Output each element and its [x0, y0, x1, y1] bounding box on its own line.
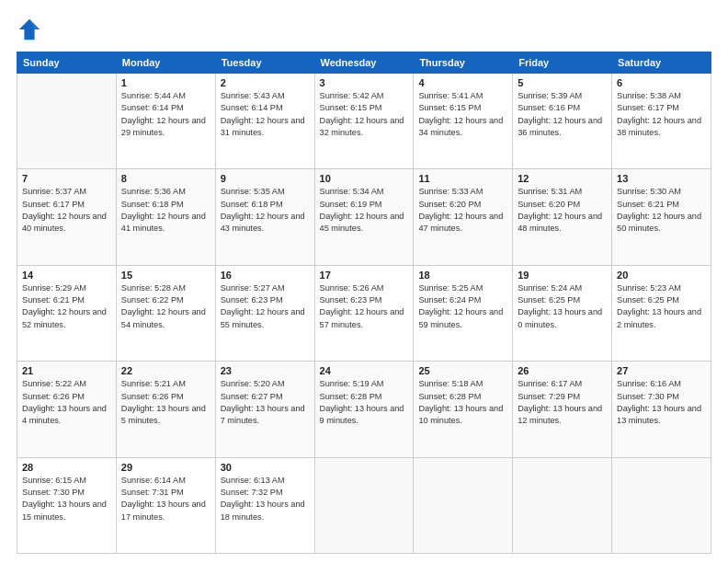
day-info: Sunrise: 5:27 AMSunset: 6:23 PMDaylight:…: [221, 282, 310, 331]
weekday-header-tuesday: Tuesday: [215, 52, 314, 74]
day-number: 14: [22, 270, 111, 281]
day-info: Sunrise: 5:38 AMSunset: 6:17 PMDaylight:…: [617, 90, 706, 139]
day-number: 5: [518, 77, 607, 88]
day-number: 3: [320, 77, 409, 88]
day-number: 13: [617, 173, 706, 184]
day-number: 27: [617, 365, 706, 376]
day-info: Sunrise: 5:29 AMSunset: 6:21 PMDaylight:…: [22, 282, 111, 331]
calendar-week-4: 21Sunrise: 5:22 AMSunset: 6:26 PMDayligh…: [17, 362, 711, 457]
calendar-cell: 26Sunrise: 6:17 AMSunset: 7:29 PMDayligh…: [513, 362, 612, 457]
calendar-cell: 19Sunrise: 5:24 AMSunset: 6:25 PMDayligh…: [513, 265, 612, 361]
calendar-cell: [513, 457, 612, 553]
day-number: 26: [518, 365, 607, 376]
logo-icon: [17, 17, 42, 42]
day-info: Sunrise: 5:28 AMSunset: 6:22 PMDaylight:…: [121, 282, 210, 331]
day-info: Sunrise: 5:26 AMSunset: 6:23 PMDaylight:…: [320, 282, 409, 331]
day-info: Sunrise: 5:20 AMSunset: 6:27 PMDaylight:…: [221, 378, 310, 427]
weekday-header-sunday: Sunday: [17, 52, 117, 74]
day-number: 16: [221, 270, 310, 281]
day-info: Sunrise: 5:34 AMSunset: 6:19 PMDaylight:…: [320, 186, 409, 235]
calendar-cell: 9Sunrise: 5:35 AMSunset: 6:18 PMDaylight…: [215, 169, 314, 265]
day-number: 21: [22, 365, 111, 376]
day-number: 10: [320, 173, 409, 184]
calendar-cell: [612, 457, 711, 553]
calendar-cell: 8Sunrise: 5:36 AMSunset: 6:18 PMDaylight…: [116, 169, 215, 265]
calendar-cell: 6Sunrise: 5:38 AMSunset: 6:17 PMDaylight…: [612, 74, 711, 169]
calendar-cell: 12Sunrise: 5:31 AMSunset: 6:20 PMDayligh…: [513, 169, 612, 265]
calendar-cell: 17Sunrise: 5:26 AMSunset: 6:23 PMDayligh…: [314, 265, 414, 361]
day-number: 29: [121, 462, 210, 473]
calendar-cell: 21Sunrise: 5:22 AMSunset: 6:26 PMDayligh…: [17, 362, 117, 457]
day-number: 25: [418, 365, 507, 376]
weekday-header-friday: Friday: [513, 52, 612, 74]
day-number: 2: [221, 77, 310, 88]
day-number: 8: [121, 173, 210, 184]
calendar-cell: 5Sunrise: 5:39 AMSunset: 6:16 PMDaylight…: [513, 74, 612, 169]
day-number: 30: [221, 462, 310, 473]
calendar-cell: 16Sunrise: 5:27 AMSunset: 6:23 PMDayligh…: [215, 265, 314, 361]
weekday-header-row: SundayMondayTuesdayWednesdayThursdayFrid…: [17, 52, 711, 74]
day-number: 7: [22, 173, 111, 184]
calendar-cell: 10Sunrise: 5:34 AMSunset: 6:19 PMDayligh…: [314, 169, 414, 265]
calendar-cell: 20Sunrise: 5:23 AMSunset: 6:25 PMDayligh…: [612, 265, 711, 361]
calendar-cell: 3Sunrise: 5:42 AMSunset: 6:15 PMDaylight…: [314, 74, 414, 169]
day-info: Sunrise: 5:41 AMSunset: 6:15 PMDaylight:…: [418, 90, 507, 139]
day-number: 23: [221, 365, 310, 376]
day-number: 24: [320, 365, 409, 376]
day-info: Sunrise: 5:23 AMSunset: 6:25 PMDaylight:…: [617, 282, 706, 331]
weekday-header-monday: Monday: [116, 52, 215, 74]
day-info: Sunrise: 6:16 AMSunset: 7:30 PMDaylight:…: [617, 378, 706, 427]
calendar-cell: 27Sunrise: 6:16 AMSunset: 7:30 PMDayligh…: [612, 362, 711, 457]
day-info: Sunrise: 6:13 AMSunset: 7:32 PMDaylight:…: [221, 475, 310, 523]
day-info: Sunrise: 5:33 AMSunset: 6:20 PMDaylight:…: [418, 186, 507, 235]
day-info: Sunrise: 5:24 AMSunset: 6:25 PMDaylight:…: [518, 282, 607, 331]
weekday-header-thursday: Thursday: [414, 52, 513, 74]
calendar-cell: 25Sunrise: 5:18 AMSunset: 6:28 PMDayligh…: [414, 362, 513, 457]
logo: [17, 17, 46, 42]
calendar-cell: 23Sunrise: 5:20 AMSunset: 6:27 PMDayligh…: [215, 362, 314, 457]
day-info: Sunrise: 5:35 AMSunset: 6:18 PMDaylight:…: [221, 186, 310, 235]
day-info: Sunrise: 5:22 AMSunset: 6:26 PMDaylight:…: [22, 378, 111, 427]
day-number: 6: [617, 77, 706, 88]
calendar-cell: 15Sunrise: 5:28 AMSunset: 6:22 PMDayligh…: [116, 265, 215, 361]
day-number: 9: [221, 173, 310, 184]
day-info: Sunrise: 5:25 AMSunset: 6:24 PMDaylight:…: [418, 282, 507, 331]
calendar-cell: 2Sunrise: 5:43 AMSunset: 6:14 PMDaylight…: [215, 74, 314, 169]
day-info: Sunrise: 5:39 AMSunset: 6:16 PMDaylight:…: [518, 90, 607, 139]
day-info: Sunrise: 5:19 AMSunset: 6:28 PMDaylight:…: [320, 378, 409, 427]
calendar-cell: 13Sunrise: 5:30 AMSunset: 6:21 PMDayligh…: [612, 169, 711, 265]
calendar-table: SundayMondayTuesdayWednesdayThursdayFrid…: [17, 52, 711, 554]
day-number: 4: [418, 77, 507, 88]
calendar-week-2: 7Sunrise: 5:37 AMSunset: 6:17 PMDaylight…: [17, 169, 711, 265]
day-info: Sunrise: 5:42 AMSunset: 6:15 PMDaylight:…: [320, 90, 409, 139]
day-number: 11: [418, 173, 507, 184]
day-info: Sunrise: 5:36 AMSunset: 6:18 PMDaylight:…: [121, 186, 210, 235]
day-number: 22: [121, 365, 210, 376]
calendar-cell: 18Sunrise: 5:25 AMSunset: 6:24 PMDayligh…: [414, 265, 513, 361]
header: [17, 17, 711, 42]
day-number: 12: [518, 173, 607, 184]
calendar-cell: [17, 74, 117, 169]
day-info: Sunrise: 5:30 AMSunset: 6:21 PMDaylight:…: [617, 186, 706, 235]
day-info: Sunrise: 6:15 AMSunset: 7:30 PMDaylight:…: [22, 475, 111, 523]
day-number: 20: [617, 270, 706, 281]
calendar-cell: 24Sunrise: 5:19 AMSunset: 6:28 PMDayligh…: [314, 362, 414, 457]
day-number: 18: [418, 270, 507, 281]
calendar-cell: 1Sunrise: 5:44 AMSunset: 6:14 PMDaylight…: [116, 74, 215, 169]
page: SundayMondayTuesdayWednesdayThursdayFrid…: [0, 0, 728, 563]
calendar-cell: 4Sunrise: 5:41 AMSunset: 6:15 PMDaylight…: [414, 74, 513, 169]
calendar-cell: 22Sunrise: 5:21 AMSunset: 6:26 PMDayligh…: [116, 362, 215, 457]
calendar-week-3: 14Sunrise: 5:29 AMSunset: 6:21 PMDayligh…: [17, 265, 711, 361]
day-info: Sunrise: 5:43 AMSunset: 6:14 PMDaylight:…: [221, 90, 310, 139]
weekday-header-saturday: Saturday: [612, 52, 711, 74]
day-info: Sunrise: 5:44 AMSunset: 6:14 PMDaylight:…: [121, 90, 210, 139]
day-number: 19: [518, 270, 607, 281]
weekday-header-wednesday: Wednesday: [314, 52, 414, 74]
calendar-week-1: 1Sunrise: 5:44 AMSunset: 6:14 PMDaylight…: [17, 74, 711, 169]
calendar-week-5: 28Sunrise: 6:15 AMSunset: 7:30 PMDayligh…: [17, 457, 711, 553]
day-number: 17: [320, 270, 409, 281]
calendar-cell: 11Sunrise: 5:33 AMSunset: 6:20 PMDayligh…: [414, 169, 513, 265]
calendar-cell: 29Sunrise: 6:14 AMSunset: 7:31 PMDayligh…: [116, 457, 215, 553]
day-info: Sunrise: 6:17 AMSunset: 7:29 PMDaylight:…: [518, 378, 607, 427]
calendar-cell: [314, 457, 414, 553]
